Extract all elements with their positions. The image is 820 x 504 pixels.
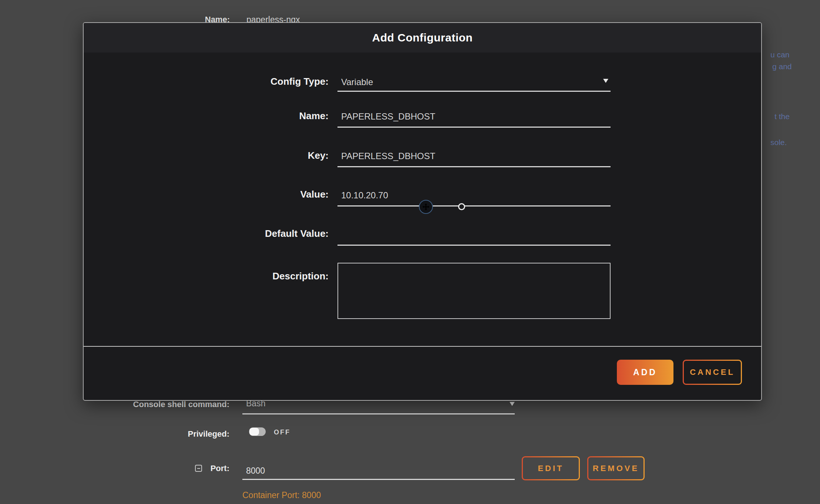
click-ring-icon	[458, 203, 465, 210]
help-text-fragment: u can	[770, 50, 789, 59]
modal-title: Add Configuration	[372, 31, 473, 44]
chevron-down-icon	[603, 79, 608, 83]
name-label: Name:	[189, 110, 329, 122]
port-label: Port:	[155, 464, 229, 473]
privileged-toggle[interactable]	[249, 427, 266, 436]
config-type-select[interactable]: Variable	[337, 73, 611, 92]
config-type-value: Variable	[341, 77, 373, 87]
key-label: Key:	[189, 150, 329, 161]
port-input[interactable]	[242, 465, 515, 480]
console-shell-select[interactable]: Bash	[242, 399, 515, 414]
console-shell-label: Console shell command:	[118, 400, 229, 409]
cancel-button-label: CANCEL	[684, 361, 741, 384]
docker-edit-page: Name: paperless-ngx u can g and t the so…	[0, 0, 820, 504]
help-text-fragment: sole.	[770, 138, 787, 147]
name-input[interactable]	[337, 109, 611, 128]
description-label: Description:	[189, 271, 329, 282]
default-value-input[interactable]	[337, 227, 611, 246]
key-input[interactable]	[337, 149, 611, 167]
help-text-fragment: t the	[774, 112, 790, 121]
value-label: Value:	[189, 189, 329, 200]
config-type-label: Config Type:	[189, 76, 329, 87]
default-value-label: Default Value:	[189, 228, 329, 239]
toggle-knob-icon	[249, 428, 259, 436]
value-input[interactable]	[337, 188, 611, 206]
add-configuration-modal: Add Configuration Config Type: Variable …	[83, 22, 762, 401]
privileged-state: OFF	[274, 429, 290, 436]
edit-button[interactable]: EDIT	[522, 456, 580, 480]
modal-header: Add Configuration	[84, 23, 761, 53]
container-port-hint: Container Port: 8000	[242, 490, 321, 500]
move-cursor-icon	[419, 200, 433, 214]
add-button[interactable]: ADD	[617, 360, 673, 385]
remove-button[interactable]: REMOVE	[587, 456, 645, 480]
footer-divider	[84, 346, 761, 347]
help-text-fragment: g and	[772, 62, 792, 71]
edit-button-label: EDIT	[523, 457, 579, 479]
privileged-label: Privileged:	[118, 429, 229, 439]
description-textarea[interactable]	[337, 263, 611, 319]
chevron-down-icon	[510, 402, 515, 406]
remove-button-label: REMOVE	[588, 457, 643, 479]
cancel-button[interactable]: CANCEL	[683, 360, 742, 385]
